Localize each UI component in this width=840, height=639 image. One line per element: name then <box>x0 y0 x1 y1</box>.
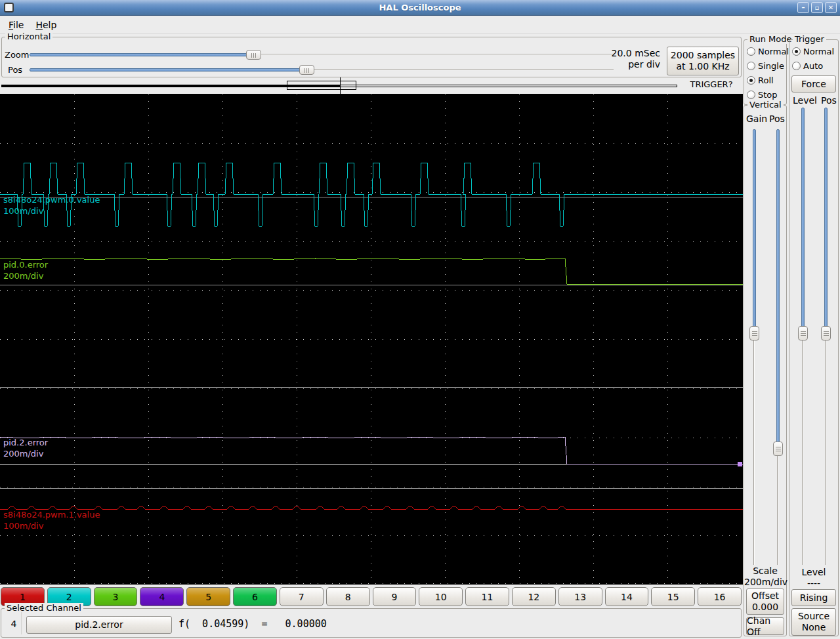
run-mode-frame: Run Mode NormalSingleRollStop <box>744 39 787 105</box>
radio-unselected-icon[interactable] <box>792 62 801 70</box>
record-position-bar[interactable] <box>0 77 679 94</box>
trigger-option-normal[interactable]: Normal <box>792 47 834 56</box>
radio-unselected-icon[interactable] <box>747 47 755 56</box>
channel-button-4[interactable]: 4 <box>140 587 184 606</box>
channel-name-button[interactable]: pid.2.error <box>26 616 172 634</box>
offset-line2: 0.000 <box>752 602 778 613</box>
trigger-level-handle[interactable] <box>798 326 808 340</box>
trace-name-label: s8i48o24.pwm.0.value <box>3 195 100 205</box>
channel-button-9[interactable]: 9 <box>373 587 417 606</box>
channel-button-3[interactable]: 3 <box>94 587 138 606</box>
menu-bar: File Help <box>0 16 840 34</box>
selected-channel-frame: Selected Channel 4 pid.2.error f( 0.0459… <box>1 608 742 638</box>
channel-button-7[interactable]: 7 <box>280 587 324 606</box>
timebase-unit: per div <box>612 59 660 70</box>
maximize-icon[interactable]: ▫ <box>811 2 823 13</box>
rising-button[interactable]: Rising <box>791 589 836 606</box>
trace-end-marker <box>738 462 742 466</box>
close-icon[interactable]: ✕ <box>825 2 837 13</box>
samples-button[interactable]: 2000 samples at 1.00 KHz <box>667 47 739 75</box>
menu-help[interactable]: Help <box>30 18 62 32</box>
trigger-pos-handle[interactable] <box>821 326 831 340</box>
title-bar[interactable]: HAL Oscilloscope – ▫ ✕ <box>0 0 840 16</box>
trigger-frame: Trigger NormalAuto Force Level Pos Level… <box>789 39 839 636</box>
channel-button-15[interactable]: 15 <box>651 587 695 606</box>
channel-button-13[interactable]: 13 <box>558 587 602 606</box>
scope-plot: s8i48o24.pwm.0.value100m/divpid.0.error2… <box>0 94 743 585</box>
horizontal-pos-slider[interactable] <box>30 65 614 75</box>
trigger-option-label: Normal <box>803 47 834 56</box>
zoom-slider-handle[interactable] <box>246 50 261 60</box>
offset-button[interactable]: Offset 0.000 <box>746 588 784 615</box>
vertical-frame: Vertical Gain Pos Scale 200m/div Offset … <box>744 105 787 636</box>
trigger-query-button[interactable]: TRIGGER? <box>681 79 742 89</box>
horizontal-zoom-slider[interactable] <box>30 50 614 60</box>
slider-fill <box>776 129 780 449</box>
run-mode-option-label: Roll <box>758 75 774 85</box>
trigger-level-value: ---- <box>789 578 838 588</box>
separator <box>22 612 23 634</box>
channel-button-5[interactable]: 5 <box>186 587 230 606</box>
radio-selected-icon[interactable] <box>792 47 801 56</box>
run-mode-option-normal[interactable]: Normal <box>747 47 789 56</box>
run-mode-option-roll[interactable]: Roll <box>747 75 789 85</box>
channel-button-6[interactable]: 6 <box>233 587 277 606</box>
channel-button-14[interactable]: 14 <box>605 587 649 606</box>
timebase-readout: 20.0 mSec per div <box>612 48 660 70</box>
radio-unselected-icon[interactable] <box>747 62 755 70</box>
pos-label: Pos <box>8 65 22 75</box>
trace-name-label: pid.0.error <box>3 260 49 270</box>
channel-button-8[interactable]: 8 <box>326 587 370 606</box>
run-mode-option-label: Stop <box>758 90 778 100</box>
trace-scale-label: 200m/div <box>3 271 44 281</box>
zoom-label: Zoom <box>5 50 29 60</box>
chan-off-button[interactable]: Chan Off <box>746 617 784 635</box>
menu-file[interactable]: File <box>3 18 30 32</box>
window-title: HAL Oscilloscope <box>0 3 840 12</box>
samples-line1: 2000 samples <box>671 50 735 61</box>
horizontal-frame-label: Horizontal <box>5 31 52 41</box>
trigger-pos-col-label: Pos <box>821 95 837 106</box>
trigger-option-auto[interactable]: Auto <box>792 61 834 71</box>
channel-button-16[interactable]: 16 <box>698 587 742 606</box>
selected-channel-frame-label: Selected Channel <box>5 603 83 613</box>
trace-name-label: s8i48o24.pwm.1.value <box>3 510 100 520</box>
radio-unselected-icon[interactable] <box>747 91 755 99</box>
run-mode-option-label: Single <box>758 61 784 71</box>
pos-slider-handle[interactable] <box>299 65 314 75</box>
run-mode-option-label: Normal <box>758 47 789 56</box>
trigger-level-label: Level <box>789 567 838 577</box>
vertical-gain-slider[interactable] <box>749 129 759 565</box>
scale-label: Scale <box>744 566 786 576</box>
horizontal-frame: Horizontal Zoom Pos 20.0 mSec per div 20… <box>1 37 742 77</box>
run-mode-option-single[interactable]: Single <box>747 61 789 71</box>
vertical-pos-col-label: Pos <box>769 113 785 124</box>
trigger-pos-slider[interactable] <box>821 108 831 565</box>
force-button[interactable]: Force <box>791 75 836 93</box>
slider-fill <box>824 108 828 333</box>
offset-line1: Offset <box>751 590 779 602</box>
minimize-icon[interactable]: – <box>797 2 809 13</box>
vertical-pos-slider[interactable] <box>773 129 783 565</box>
gain-slider-handle[interactable] <box>749 326 759 340</box>
slider-fill <box>30 53 253 56</box>
channel-button-10[interactable]: 10 <box>419 587 463 606</box>
channel-button-12[interactable]: 12 <box>512 587 556 606</box>
trigger-option-label: Auto <box>803 61 823 71</box>
source-button[interactable]: Source None <box>791 608 836 636</box>
trigger-level-slider[interactable] <box>798 108 808 565</box>
gain-col-label: Gain <box>746 113 767 124</box>
source-line1: Source <box>798 611 830 622</box>
channel-button-11[interactable]: 11 <box>465 587 509 606</box>
trace-scale-label: 100m/div <box>3 206 44 216</box>
radio-selected-icon[interactable] <box>747 76 755 85</box>
vertical-frame-label: Vertical <box>747 100 784 110</box>
scope-canvas[interactable]: s8i48o24.pwm.0.value100m/divpid.0.error2… <box>0 94 743 585</box>
channel-button-row: 12345678910111213141516 <box>1 587 742 606</box>
trace-name-label: pid.2.error <box>3 438 49 447</box>
timebase-value: 20.0 mSec <box>612 48 660 59</box>
run-mode-option-stop[interactable]: Stop <box>747 90 789 100</box>
trigger-level-col-label: Level <box>793 95 817 106</box>
trace-scale-label: 100m/div <box>3 521 44 531</box>
vertical-pos-handle[interactable] <box>773 442 783 456</box>
